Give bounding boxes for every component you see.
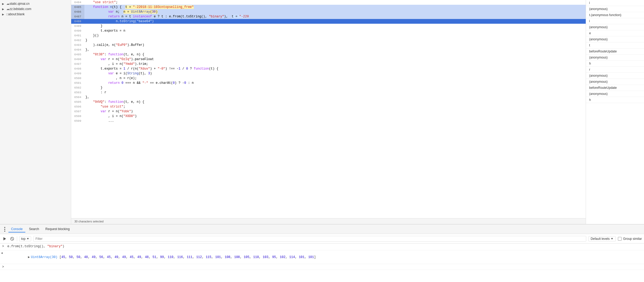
code-line-6493: 6493 ).call(e, n("EuP9").Buffer): [71, 43, 586, 47]
callstack-item-9[interactable]: (anonymous): [586, 55, 644, 61]
code-line-6501: 6501 return 0 === n && "-" == e.charAt(0…: [71, 81, 586, 85]
callstack-item-1[interactable]: (anonymous): [586, 6, 644, 12]
code-line-6494: 6494 },: [71, 47, 586, 52]
console-prompt: >: [2, 245, 4, 248]
tree-item-static-qimai[interactable]: ▶ ☁ static.qimai.cn: [0, 1, 71, 6]
menu-dots-button[interactable]: [2, 227, 7, 232]
code-line-6485: 6485 function n(t) { t = "-22018-11-103c…: [71, 5, 586, 9]
console-filter-input[interactable]: [33, 236, 586, 242]
tree-item-about-blank[interactable]: ▶ □ about:blank: [0, 12, 71, 17]
tree-label: static.qimai.cn: [9, 2, 30, 6]
callstack-item-8[interactable]: beforeRouteUpdate: [586, 48, 644, 55]
code-line-6484: 6484 "use strict";: [71, 0, 586, 5]
code-line-6486: 6486 var n; n = Uint8Array(30): [71, 9, 586, 14]
console-input-line: > e.from(t.toString(), "binary"): [0, 244, 644, 250]
callstack-item-6[interactable]: (anonymous): [586, 36, 644, 42]
console-result-line: ◀ ▶Uint8Array(30) [45, 50, 50, 48, 49, 5…: [0, 250, 644, 264]
code-line-6508: 6508 , i = n("X8D0"): [71, 114, 586, 119]
code-line-6505: 6505 "94VQ": function(t, e, n) {: [71, 100, 586, 104]
callstack-item-14[interactable]: beforeRouteUpdate: [586, 85, 644, 91]
play-button[interactable]: [2, 236, 7, 241]
svg-line-2: [11, 238, 13, 240]
levels-dropdown-icon: ▼: [611, 237, 613, 240]
main-container: ▶ ☁ static.qimai.cn ▶ ☁ zz.bdstatic.com …: [0, 0, 644, 282]
code-line-6488: 6488 n.toString("base64"): [71, 19, 586, 24]
expand-result-arrow[interactable]: ▶: [28, 255, 30, 259]
console-output[interactable]: > e.from(t.toString(), "binary") ◀ ▶Uint…: [0, 244, 644, 282]
file-tree: ▶ ☁ static.qimai.cn ▶ ☁ zz.bdstatic.com …: [0, 0, 71, 224]
console-result-text: ▶Uint8Array(30) [45, 50, 50, 48, 49, 56,…: [7, 251, 316, 263]
code-line-6490: 6490 t.exports = n: [71, 28, 586, 33]
code-line-6497: 6497 , i = n("Ymdd").trim;: [71, 62, 586, 66]
selection-status: 30 characters selected: [74, 220, 104, 223]
log-levels-selector[interactable]: Default levels ▼: [588, 236, 616, 241]
separator: [17, 236, 17, 241]
callstack-item-2[interactable]: t.(anonymous function): [586, 12, 644, 18]
code-line-6491: 6491 }(): [71, 33, 586, 38]
levels-label: Default levels: [591, 237, 610, 241]
callstack-item-10[interactable]: h: [586, 61, 644, 67]
dropdown-arrow-icon: ▼: [27, 237, 29, 240]
code-line-6504: 6504 },: [71, 95, 586, 100]
callstack-item-13[interactable]: (anonymous): [586, 79, 644, 85]
tree-label: about:blank: [8, 12, 25, 16]
code-area[interactable]: 6484 "use strict"; 6485 function n(t) { …: [71, 0, 586, 218]
code-line-6509: 6509 ...: [71, 119, 586, 123]
tab-request-blocking[interactable]: Request blocking: [43, 226, 72, 232]
console-panel: Console Search Request blocking: [0, 224, 644, 282]
console-input-text: e.from(t.toString(), "binary"): [7, 245, 64, 248]
callstack-item-5[interactable]: e: [586, 30, 644, 36]
clear-console-button[interactable]: [9, 236, 15, 241]
console-filterbar: top ▼ Default levels ▼ Group similar: [0, 234, 644, 244]
group-similar-label: Group similar: [623, 237, 642, 241]
callstack-item-4[interactable]: (anonymous): [586, 24, 644, 30]
code-line-6500: 6500 , n = r(e);: [71, 76, 586, 81]
cloud-icon: ☁: [6, 2, 9, 6]
callstack-item-7[interactable]: t: [586, 42, 644, 48]
code-panel: 6484 "use strict"; 6485 function n(t) { …: [71, 0, 586, 224]
expand-arrow: ▶: [2, 13, 5, 16]
callstack-item-15[interactable]: (anonymous): [586, 91, 644, 97]
tree-label: zz.bdstatic.com: [9, 7, 31, 11]
code-line-6496: 6496 var r = n("OzIq").parseFloat: [71, 57, 586, 62]
callstack-item-0[interactable]: i: [586, 0, 644, 6]
code-status-bar: 30 characters selected: [71, 218, 586, 224]
code-line-6499: 6499 var e = i(String(t), 3): [71, 71, 586, 76]
tab-console[interactable]: Console: [8, 226, 25, 232]
code-line-6503: 6503 : r: [71, 90, 586, 95]
expand-arrow: ▶: [2, 8, 5, 11]
tree-item-zz-bdstatic[interactable]: ▶ ☁ zz.bdstatic.com: [0, 6, 71, 12]
call-stack-panel: i (anonymous) t.(anonymous function) i (…: [586, 0, 644, 224]
group-similar-checkbox[interactable]: [618, 237, 622, 241]
target-label: top: [21, 237, 26, 241]
execution-context-selector[interactable]: top ▼: [19, 236, 31, 241]
page-icon: □: [6, 12, 8, 16]
result-arrow: ◀: [1, 251, 3, 255]
console-toolbar: Console Search Request blocking: [0, 225, 644, 234]
callstack-item-12[interactable]: (anonymous): [586, 73, 644, 79]
console-prompt-empty: >: [2, 265, 4, 269]
code-line-6489: 6489 }: [71, 24, 586, 28]
console-empty-line: >: [0, 264, 644, 270]
code-line-6498: 6498 t.exports = 1 / r(n("Xduv") + "-0")…: [71, 66, 586, 71]
callstack-item-11[interactable]: r: [586, 67, 644, 73]
cloud-icon: ☁: [6, 7, 9, 11]
tab-search[interactable]: Search: [26, 226, 42, 232]
code-line-6502: 6502 }: [71, 85, 586, 90]
code-line-6487: 6487 return n = t instanceof e ? t : e.f…: [71, 14, 586, 19]
top-panel: ▶ ☁ static.qimai.cn ▶ ☁ zz.bdstatic.com …: [0, 0, 644, 224]
code-line-6492: 6492 }: [71, 38, 586, 43]
callstack-item-16[interactable]: h: [586, 97, 644, 103]
group-similar-toggle[interactable]: Group similar: [618, 237, 642, 241]
code-line-6507: 6507 var r = n("Yobk"): [71, 109, 586, 114]
code-line-6506: 6506 "use strict";: [71, 104, 586, 109]
svg-marker-0: [3, 237, 6, 240]
expand-arrow: ▶: [2, 2, 5, 5]
code-line-6495: 6495 "8t38": function(t, e, n) {: [71, 52, 586, 57]
callstack-item-3[interactable]: i: [586, 18, 644, 24]
